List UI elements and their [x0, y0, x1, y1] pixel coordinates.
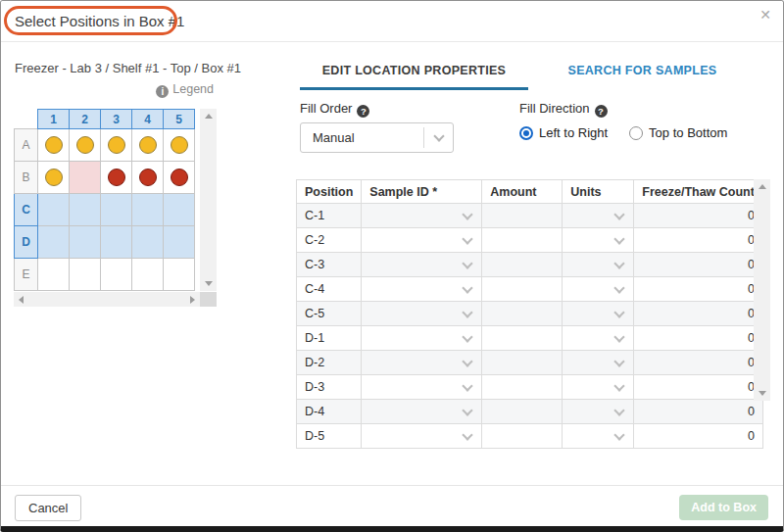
amount-input[interactable]: [482, 326, 563, 351]
scroll-down-icon[interactable]: [205, 281, 213, 286]
units-select[interactable]: [563, 424, 634, 449]
amount-input[interactable]: [482, 375, 563, 400]
sample-id-select[interactable]: [362, 253, 482, 277]
box-cell-C4[interactable]: [132, 194, 164, 226]
sample-id-select[interactable]: [362, 351, 482, 375]
box-cell-E2[interactable]: [70, 259, 101, 291]
freeze-thaw-count-input[interactable]: 0: [634, 302, 763, 326]
tab-search-for-samples[interactable]: SEARCH FOR SAMPLES: [528, 58, 757, 90]
box-cell-E4[interactable]: [132, 259, 164, 291]
amount-input[interactable]: [482, 204, 563, 228]
scroll-up-icon[interactable]: [759, 184, 766, 189]
units-select[interactable]: [563, 228, 634, 253]
amount-input[interactable]: [482, 277, 563, 302]
grid-row-label-D[interactable]: D: [15, 226, 38, 259]
scroll-left-icon[interactable]: [19, 296, 24, 304]
scroll-right-icon[interactable]: [190, 296, 195, 304]
sample-id-select[interactable]: [362, 302, 482, 326]
amount-input[interactable]: [482, 253, 563, 277]
legend-link[interactable]: iLegend: [14, 82, 214, 98]
help-icon[interactable]: ?: [595, 105, 608, 118]
freeze-thaw-count-input[interactable]: 0: [634, 400, 763, 424]
scroll-down-icon[interactable]: [759, 391, 766, 396]
box-cell-C3[interactable]: [101, 194, 132, 226]
freeze-thaw-count-input[interactable]: 0: [634, 277, 763, 302]
grid-row-label-B[interactable]: B: [15, 162, 38, 194]
box-cell-B3[interactable]: [101, 162, 132, 194]
sample-id-select[interactable]: [362, 424, 482, 449]
table-vertical-scrollbar[interactable]: [754, 179, 770, 401]
sample-id-select[interactable]: [362, 326, 482, 351]
grid-vertical-scrollbar[interactable]: [200, 109, 217, 291]
box-cell-B2[interactable]: [70, 162, 101, 194]
sample-id-select[interactable]: [362, 277, 482, 302]
radio-unselected-icon[interactable]: [629, 126, 643, 140]
amount-input[interactable]: [482, 424, 563, 449]
units-select[interactable]: [563, 351, 634, 375]
grid-col-header-2[interactable]: 2: [70, 110, 101, 129]
box-cell-E3[interactable]: [101, 259, 132, 291]
box-cell-A1[interactable]: [38, 129, 70, 162]
scroll-up-icon[interactable]: [205, 114, 213, 119]
radio-selected-icon[interactable]: [519, 126, 533, 140]
add-to-box-button[interactable]: Add to Box: [679, 495, 768, 520]
freeze-thaw-count-input[interactable]: 0: [634, 253, 763, 277]
box-cell-E5[interactable]: [164, 259, 195, 291]
sample-id-select[interactable]: [362, 228, 482, 253]
amount-input[interactable]: [482, 228, 563, 253]
amount-input[interactable]: [482, 351, 563, 375]
grid-row-label-C[interactable]: C: [15, 194, 38, 226]
freeze-thaw-count-input[interactable]: 0: [634, 351, 763, 375]
box-cell-A5[interactable]: [164, 129, 195, 162]
box-cell-A2[interactable]: [70, 129, 101, 162]
box-cell-B1[interactable]: [38, 162, 70, 194]
grid-header-row: 1 2 3 4 5: [15, 110, 195, 129]
help-icon[interactable]: ?: [357, 105, 369, 118]
grid-row-label-A[interactable]: A: [15, 129, 38, 162]
units-select[interactable]: [563, 204, 634, 228]
units-select[interactable]: [563, 302, 634, 326]
grid-col-header-4[interactable]: 4: [132, 110, 164, 129]
chevron-down-icon: [614, 282, 625, 293]
freeze-thaw-count-input[interactable]: 0: [634, 204, 763, 228]
units-select[interactable]: [563, 277, 634, 302]
box-cell-C5[interactable]: [164, 194, 195, 226]
amount-input[interactable]: [482, 302, 563, 326]
box-cell-A3[interactable]: [101, 129, 132, 162]
box-cell-B5[interactable]: [164, 162, 195, 194]
units-select[interactable]: [563, 375, 634, 400]
radio-left-to-right[interactable]: Left to Right: [519, 125, 608, 140]
grid-col-header-1[interactable]: 1: [38, 110, 70, 129]
grid-col-header-5[interactable]: 5: [164, 110, 195, 129]
radio-top-to-bottom[interactable]: Top to Bottom: [629, 125, 727, 140]
units-select[interactable]: [563, 400, 634, 424]
freeze-thaw-count-input[interactable]: 0: [634, 228, 763, 253]
tab-edit-location-properties[interactable]: EDIT LOCATION PROPERTIES: [300, 58, 528, 90]
dropdown-arrow-zone[interactable]: [423, 127, 453, 148]
freeze-thaw-count-input[interactable]: 0: [634, 375, 763, 400]
grid-row-label-E[interactable]: E: [15, 259, 38, 291]
box-cell-A4[interactable]: [132, 129, 164, 162]
units-select[interactable]: [563, 326, 634, 351]
units-select[interactable]: [563, 253, 634, 277]
amount-input[interactable]: [482, 400, 563, 424]
grid-col-header-3[interactable]: 3: [101, 110, 132, 129]
freeze-thaw-count-input[interactable]: 0: [634, 424, 763, 449]
grid-horizontal-scrollbar[interactable]: [14, 292, 200, 307]
box-cell-D2[interactable]: [70, 226, 101, 259]
cancel-button[interactable]: Cancel: [15, 495, 81, 521]
close-icon[interactable]: ✕: [760, 8, 771, 22]
fill-order-select[interactable]: Manual: [300, 122, 454, 153]
box-cell-D3[interactable]: [101, 226, 132, 259]
box-cell-D5[interactable]: [164, 226, 195, 259]
box-cell-D4[interactable]: [132, 226, 164, 259]
box-cell-E1[interactable]: [38, 259, 70, 291]
box-cell-C1[interactable]: [38, 194, 70, 226]
box-cell-C2[interactable]: [70, 194, 101, 226]
sample-id-select[interactable]: [362, 400, 482, 424]
box-cell-B4[interactable]: [132, 162, 164, 194]
box-cell-D1[interactable]: [38, 226, 70, 259]
freeze-thaw-count-input[interactable]: 0: [634, 326, 763, 351]
sample-id-select[interactable]: [362, 204, 482, 228]
sample-id-select[interactable]: [362, 375, 482, 400]
